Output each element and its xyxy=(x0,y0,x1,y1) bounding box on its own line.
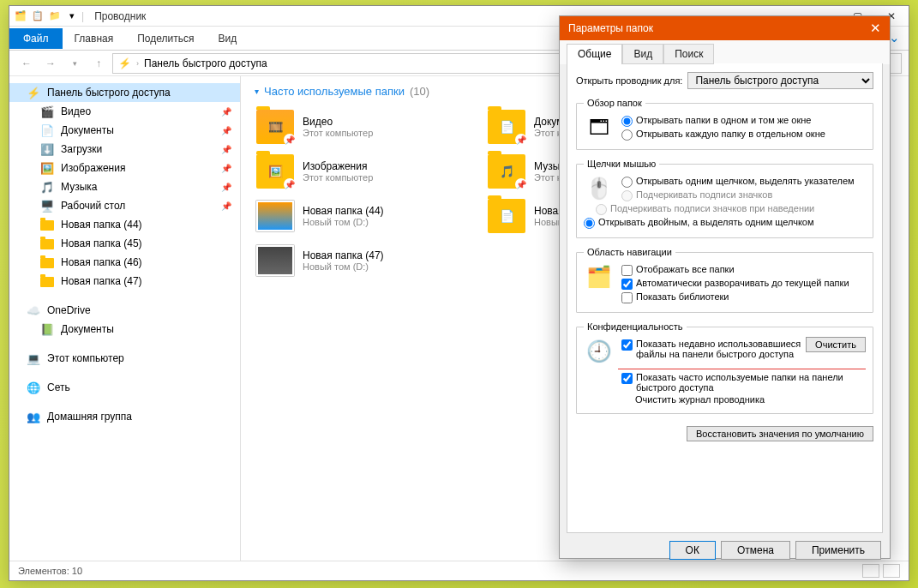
nav-forward-icon[interactable]: → xyxy=(40,53,61,74)
check-frequent-folders[interactable] xyxy=(621,373,633,384)
dialog-tabs: Общие Вид Поиск xyxy=(560,40,890,64)
tab-view[interactable]: Вид xyxy=(206,28,249,49)
radio-underline-always xyxy=(621,190,633,201)
file-item[interactable]: Новая папка (47)Новый том (D:) xyxy=(255,240,469,281)
annotation-redline xyxy=(618,369,866,369)
pin-icon: 📌 xyxy=(221,107,231,117)
pin-icon: 📌 xyxy=(221,164,231,173)
navigation-pane-group: Область навигации 🗂️ Отображать все папк… xyxy=(576,247,873,313)
sidebar-item-video[interactable]: 🎬Видео📌 xyxy=(9,102,240,121)
check-recent-files[interactable] xyxy=(621,339,633,351)
tab-dialog-view[interactable]: Вид xyxy=(622,44,663,64)
pin-icon: 📌 xyxy=(221,126,231,135)
radio-double-click[interactable] xyxy=(584,218,595,229)
sidebar-onedrive-docs[interactable]: 📗Документы xyxy=(9,320,240,339)
dialog-close-icon[interactable]: ✕ xyxy=(870,21,881,36)
pin-icon: 📌 xyxy=(221,201,231,211)
nav-up-icon[interactable]: ↑ xyxy=(88,53,109,74)
folder-generic-icon: 📄 xyxy=(488,199,525,233)
folder-thumb-icon xyxy=(256,245,294,276)
nav-tree-icon: 🗂️ xyxy=(584,262,615,291)
ok-button[interactable]: ОК xyxy=(669,541,716,560)
radio-separate-window[interactable] xyxy=(621,129,633,141)
restore-defaults-button[interactable]: Восстановить значения по умолчанию xyxy=(687,426,873,441)
nav-back-icon[interactable]: ← xyxy=(16,53,37,74)
check-show-libraries[interactable] xyxy=(621,292,633,303)
cursor-click-icon: 🖱️ xyxy=(584,174,615,203)
folder-thumb-icon xyxy=(256,201,294,231)
privacy-history-icon: 🕘 xyxy=(584,337,615,366)
privacy-group: Конфиденциальность 🕘 Очистить Показать н… xyxy=(576,321,873,414)
dialog-titlebar: Параметры папок ✕ xyxy=(560,16,890,40)
browse-folders-group: Обзор папок 🗔 Открывать папки в одном и … xyxy=(576,98,873,150)
sidebar-network[interactable]: 🌐Сеть xyxy=(9,378,240,397)
tab-file[interactable]: Файл xyxy=(9,28,63,49)
sidebar-homegroup[interactable]: 👥Домашняя группа xyxy=(9,407,240,426)
sidebar-item-desktop[interactable]: 🖥️Рабочий стол📌 xyxy=(9,196,240,215)
tab-home[interactable]: Главная xyxy=(63,28,126,49)
radio-single-click[interactable] xyxy=(621,177,633,188)
nav-history-icon[interactable]: ▾ xyxy=(64,53,85,74)
pin-icon: 📌 xyxy=(221,183,231,192)
qat-dropdown-icon[interactable]: ▾ xyxy=(64,9,80,24)
bolt-icon: ⚡ xyxy=(118,57,131,69)
explorer-icon: 🗂️ xyxy=(13,9,28,24)
sidebar-thispc[interactable]: 💻Этот компьютер xyxy=(9,349,240,368)
folder-images-icon: 🖼️📌 xyxy=(256,154,294,189)
open-explorer-select[interactable]: Панель быстрого доступа xyxy=(687,72,873,89)
pin-icon: 📌 xyxy=(221,145,231,154)
radio-underline-hover xyxy=(596,204,607,215)
file-item[interactable]: Новая папка (44)Новый том (D:) xyxy=(255,195,469,237)
sidebar-item-downloads[interactable]: ⬇️Загрузки📌 xyxy=(9,140,240,159)
dialog-body: Открыть проводник для: Панель быстрого д… xyxy=(567,63,883,533)
breadcrumb[interactable]: Панель быстрого доступа xyxy=(144,57,267,69)
sidebar-item-folder[interactable]: Новая папка (46) xyxy=(9,253,240,272)
check-auto-expand[interactable] xyxy=(621,279,633,290)
sidebar-onedrive[interactable]: ☁️OneDrive xyxy=(9,301,240,320)
sidebar-item-music[interactable]: 🎵Музыка📌 xyxy=(9,177,240,196)
sidebar-item-folder[interactable]: Новая папка (45) xyxy=(9,234,240,253)
sidebar-item-folder[interactable]: Новая папка (44) xyxy=(9,215,240,234)
clear-button[interactable]: Очистить xyxy=(806,337,866,352)
dialog-buttons: ОК Отмена Применить xyxy=(560,541,890,568)
chevron-right-icon: › xyxy=(136,59,139,68)
mouse-clicks-group: Щелчки мышью 🖱️ Открывать одним щелчком,… xyxy=(576,159,873,238)
qat-props-icon[interactable]: 📋 xyxy=(30,9,45,24)
sidebar-item-folder[interactable]: Новая папка (47) xyxy=(9,272,240,291)
sidebar-quick-access[interactable]: ⚡Панель быстрого доступа xyxy=(9,83,240,102)
tab-general[interactable]: Общие xyxy=(567,44,622,64)
tab-search[interactable]: Поиск xyxy=(663,44,714,64)
window-layout-icon: 🗔 xyxy=(584,113,615,142)
cancel-button[interactable]: Отмена xyxy=(721,541,790,560)
dialog-title-text: Параметры папок xyxy=(568,22,653,34)
tab-share[interactable]: Поделиться xyxy=(125,28,206,49)
status-text: Элементов: 10 xyxy=(18,566,82,576)
qat-newfolder-icon[interactable]: 📁 xyxy=(47,9,63,24)
sidebar-item-images[interactable]: 🖼️Изображения📌 xyxy=(9,159,240,177)
sidebar-item-documents[interactable]: 📄Документы📌 xyxy=(9,121,240,140)
sidebar: ⚡Панель быстрого доступа 🎬Видео📌 📄Докуме… xyxy=(9,76,241,561)
folder-documents-icon: 📄📌 xyxy=(488,110,525,144)
folder-options-dialog: Параметры папок ✕ Общие Вид Поиск Открыт… xyxy=(559,15,891,559)
folder-music-icon: 🎵📌 xyxy=(488,154,525,189)
check-show-all-folders[interactable] xyxy=(621,265,633,276)
file-item[interactable]: 🎞️📌ВидеоЭтот компьютер xyxy=(255,106,469,147)
clear-history-label: Очистить журнал проводника xyxy=(635,394,765,405)
radio-same-window[interactable] xyxy=(621,116,633,127)
folder-video-icon: 🎞️📌 xyxy=(256,110,294,144)
caret-down-icon: ▾ xyxy=(255,87,259,96)
file-item[interactable]: 🖼️📌ИзображенияЭтот компьютер xyxy=(255,151,469,192)
open-explorer-label: Открыть проводник для: xyxy=(576,75,682,86)
apply-button[interactable]: Применить xyxy=(795,541,881,560)
